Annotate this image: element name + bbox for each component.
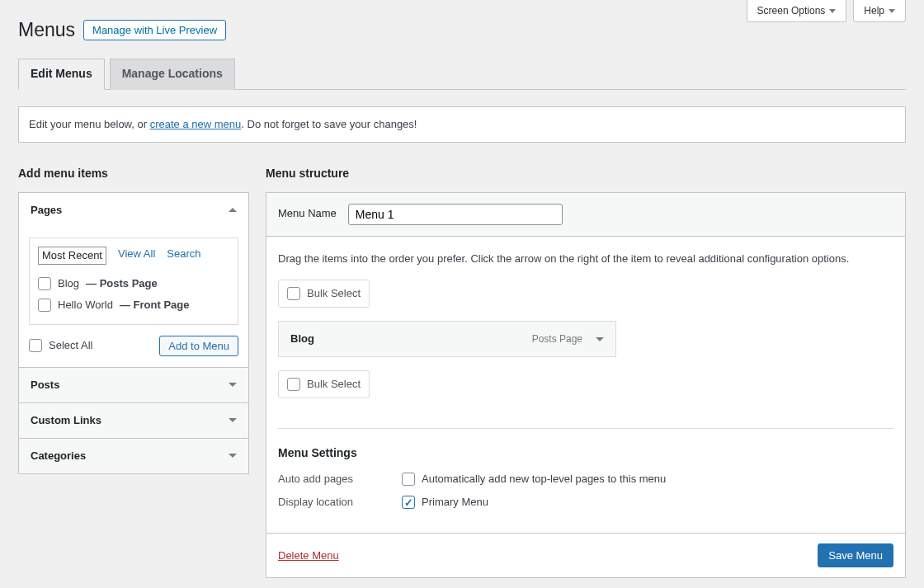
menu-name-input[interactable] xyxy=(348,204,563,225)
select-all-label: Select All xyxy=(49,338,92,353)
live-preview-button[interactable]: Manage with Live Preview xyxy=(83,20,226,40)
page-suffix: — Posts Page xyxy=(86,276,158,291)
accordion-pages-head[interactable]: Pages xyxy=(19,193,248,228)
menu-hint: Drag the items into the order you prefer… xyxy=(278,252,893,266)
divider xyxy=(278,428,893,429)
accordion-posts-label: Posts xyxy=(31,378,59,393)
instructions-post: . Do not forget to save your changes! xyxy=(241,118,417,130)
accordion-posts-head[interactable]: Posts xyxy=(19,368,248,402)
menu-structure-title: Menu structure xyxy=(266,166,906,182)
primary-menu-text: Primary Menu xyxy=(422,495,488,510)
create-new-menu-link[interactable]: create a new menu xyxy=(150,118,242,130)
menu-settings-title: Menu Settings xyxy=(278,445,893,462)
page-name: Blog xyxy=(58,276,79,291)
list-item: Blog — Posts Page xyxy=(38,273,229,294)
tab-edit-menus[interactable]: Edit Menus xyxy=(18,59,105,90)
add-to-menu-button[interactable]: Add to Menu xyxy=(159,336,238,356)
page-title: Menus xyxy=(18,16,75,43)
chevron-down-icon xyxy=(229,383,237,387)
add-menu-items-title: Add menu items xyxy=(18,166,249,182)
select-all-checkbox[interactable] xyxy=(29,339,42,352)
subtab-view-all[interactable]: View All xyxy=(118,247,155,265)
accordion-custom-links-head[interactable]: Custom Links xyxy=(19,403,248,438)
chevron-down-icon xyxy=(596,337,604,341)
page-checkbox-hello[interactable] xyxy=(38,299,51,312)
auto-add-checkbox[interactable] xyxy=(402,473,415,486)
chevron-down-icon xyxy=(229,454,237,458)
menu-item-type: Posts Page xyxy=(532,332,582,346)
subtab-most-recent[interactable]: Most Recent xyxy=(38,247,106,265)
instructions-pre: Edit your menu below, or xyxy=(29,118,150,130)
save-menu-button[interactable]: Save Menu xyxy=(818,543,893,567)
accordion-categories-head[interactable]: Categories xyxy=(19,439,248,473)
display-location-label: Display location xyxy=(278,495,402,510)
chevron-down-icon xyxy=(229,418,237,422)
page-checkbox-blog[interactable] xyxy=(38,277,51,290)
bulk-select-checkbox[interactable] xyxy=(287,378,300,391)
bulk-select-checkbox[interactable] xyxy=(287,287,300,300)
delete-menu-link[interactable]: Delete Menu xyxy=(278,548,339,563)
accordion-custom-label: Custom Links xyxy=(31,413,101,428)
auto-add-label: Auto add pages xyxy=(278,472,402,487)
menu-item-blog[interactable]: Blog Posts Page xyxy=(278,321,616,357)
instructions-box: Edit your menu below, or create a new me… xyxy=(18,106,906,143)
menu-item-title: Blog xyxy=(290,332,314,346)
menu-name-label: Menu Name xyxy=(278,206,337,221)
accordion-categories-label: Categories xyxy=(31,449,86,463)
bulk-select-bottom[interactable]: Bulk Select xyxy=(278,370,370,398)
bulk-select-label: Bulk Select xyxy=(307,377,361,392)
chevron-up-icon xyxy=(229,208,237,212)
tab-manage-locations[interactable]: Manage Locations xyxy=(110,59,235,90)
page-suffix: — Front Page xyxy=(120,298,190,313)
primary-menu-checkbox[interactable] xyxy=(402,496,415,509)
accordion-pages-label: Pages xyxy=(31,203,62,218)
list-item: Hello World — Front Page xyxy=(38,294,229,316)
page-name: Hello World xyxy=(58,298,113,313)
subtab-search[interactable]: Search xyxy=(167,247,200,265)
bulk-select-top[interactable]: Bulk Select xyxy=(278,280,370,308)
bulk-select-label: Bulk Select xyxy=(307,286,361,301)
auto-add-text: Automatically add new top-level pages to… xyxy=(422,472,666,487)
